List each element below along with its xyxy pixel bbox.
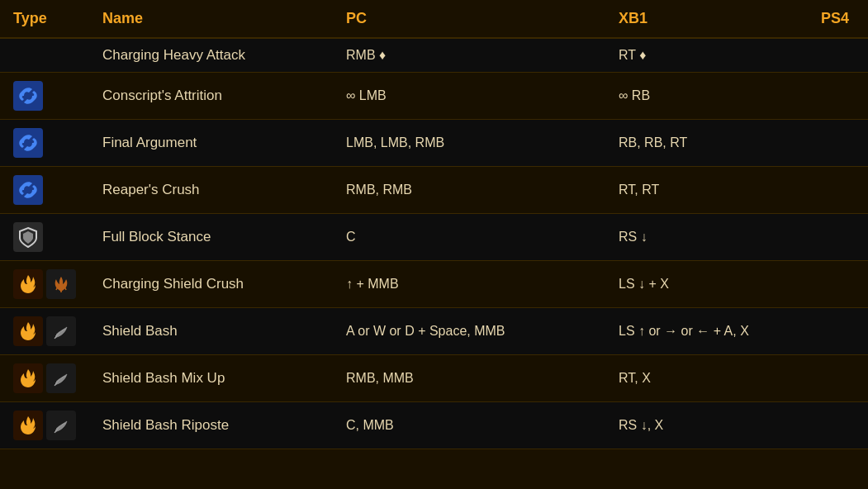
pc-cell-3: RMB, RMB [333, 167, 605, 214]
fire-icon [13, 411, 43, 440]
name-cell-0: Charging Heavy Attack [89, 38, 333, 73]
feather-icon [46, 411, 76, 440]
pc-cell-6: A or W or D + Space, MMB [333, 308, 605, 355]
type-cell-1 [0, 73, 89, 120]
xb1-cell-1: ∞ RB [605, 73, 808, 120]
header-xb1: XB1 [605, 0, 808, 38]
chain-icon [13, 128, 43, 158]
chain-icon [13, 81, 43, 111]
ps4-cell-8 [808, 402, 868, 449]
name-cell-4: Full Block Stance [89, 214, 333, 261]
table-row: Shield Bash Riposte C, MMB RS ↓, X [0, 402, 868, 449]
feather-icon [46, 316, 76, 346]
table-row: Full Block Stance C RS ↓ [0, 214, 868, 261]
ps4-cell-7 [808, 355, 868, 402]
name-cell-2: Final Argument [89, 120, 333, 167]
shield-icon [13, 222, 43, 252]
type-cell-3 [0, 167, 89, 214]
chain-icon [13, 175, 43, 205]
name-cell-6: Shield Bash [89, 308, 333, 355]
ps4-cell-1 [808, 73, 868, 120]
table-row: Shield Bash A or W or D + Space, MMB LS … [0, 308, 868, 355]
pc-cell-7: RMB, MMB [333, 355, 605, 402]
table-row: Shield Bash Mix Up RMB, MMB RT, X [0, 355, 868, 402]
fire-icon [13, 316, 43, 346]
name-cell-3: Reaper's Crush [89, 167, 333, 214]
xb1-cell-0: RT ♦ [605, 38, 808, 73]
type-cell-4 [0, 214, 89, 261]
feather-icon [46, 363, 76, 393]
table-row: Charging Heavy Attack RMB ♦ RT ♦ [0, 38, 868, 73]
ps4-cell-0 [808, 38, 868, 73]
xb1-cell-5: LS ↓ + X [605, 261, 808, 308]
xb1-cell-7: RT, X [605, 355, 808, 402]
type-cell-6 [0, 308, 89, 355]
ps4-cell-2 [808, 120, 868, 167]
xb1-cell-8: RS ↓, X [605, 402, 808, 449]
type-cell-5 [0, 261, 89, 308]
fire-icon [13, 363, 43, 393]
ps4-cell-6 [808, 308, 868, 355]
pc-cell-1: ∞ LMB [333, 73, 605, 120]
name-cell-7: Shield Bash Mix Up [89, 355, 333, 402]
name-cell-1: Conscript's Attrition [89, 73, 333, 120]
pc-cell-0: RMB ♦ [333, 38, 605, 73]
xb1-cell-3: RT, RT [605, 167, 808, 214]
name-cell-5: Charging Shield Crush [89, 261, 333, 308]
name-cell-8: Shield Bash Riposte [89, 402, 333, 449]
pc-cell-8: C, MMB [333, 402, 605, 449]
table-row: Reaper's Crush RMB, RMB RT, RT [0, 167, 868, 214]
pc-cell-5: ↑ + MMB [333, 261, 605, 308]
header-pc: PC [333, 0, 605, 38]
pc-cell-4: C [333, 214, 605, 261]
header-type: Type [0, 0, 89, 38]
type-cell-7 [0, 355, 89, 402]
table-row: Final Argument LMB, LMB, RMB RB, RB, RT [0, 120, 868, 167]
ps4-cell-5 [808, 261, 868, 308]
header-ps4: PS4 [808, 0, 868, 38]
fire-icon [13, 269, 43, 299]
ps4-cell-4 [808, 214, 868, 261]
type-cell-8 [0, 402, 89, 449]
xb1-cell-6: LS ↑ or → or ← + A, X [605, 308, 808, 355]
claw-icon [46, 269, 76, 299]
table-row: Charging Shield Crush ↑ + MMB LS ↓ + X [0, 261, 868, 308]
type-cell-2 [0, 120, 89, 167]
type-cell-0 [0, 38, 89, 73]
xb1-cell-4: RS ↓ [605, 214, 808, 261]
xb1-cell-2: RB, RB, RT [605, 120, 808, 167]
pc-cell-2: LMB, LMB, RMB [333, 120, 605, 167]
header-name: Name [89, 0, 333, 38]
table-row: Conscript's Attrition ∞ LMB ∞ RB [0, 73, 868, 120]
ps4-cell-3 [808, 167, 868, 214]
